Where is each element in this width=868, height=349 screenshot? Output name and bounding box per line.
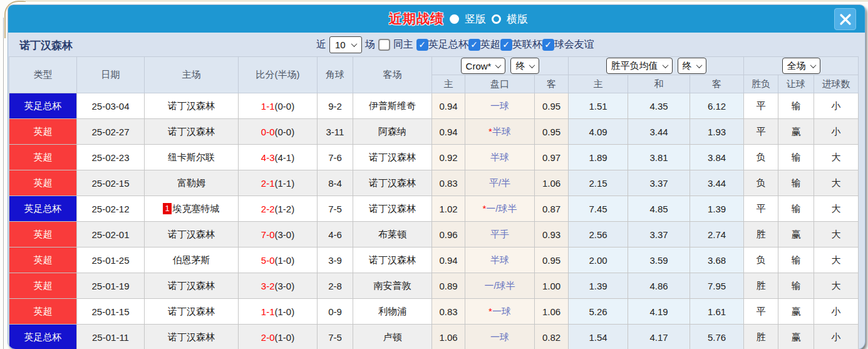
chevron-down-icon bbox=[351, 41, 357, 47]
away-team[interactable]: 卢顿 bbox=[353, 325, 432, 349]
home-odds: 1.06 bbox=[432, 325, 465, 349]
col-header-corners: 角球 bbox=[318, 57, 353, 93]
away-odds: 0.97 bbox=[535, 145, 569, 170]
match-row: 英超25-02-27诺丁汉森林0-0(0-0)3-11阿森纳0.94*半球0.9… bbox=[9, 119, 859, 145]
same-home-label: 同主 bbox=[393, 38, 413, 51]
handicap-result-cell: 输 bbox=[778, 145, 814, 170]
corners-cell: 9-2 bbox=[318, 93, 353, 119]
result-cell: 平 bbox=[744, 196, 778, 222]
goals-cell: 小 bbox=[814, 119, 859, 145]
bookmaker-period-select[interactable]: 终 bbox=[510, 58, 539, 74]
match-date: 25-02-23 bbox=[77, 145, 145, 170]
handicap-result-cell: 输 bbox=[778, 93, 814, 119]
dialog-titlebar: 近期战绩 竖版横版 bbox=[8, 5, 865, 33]
avg-win-odds: 7.45 bbox=[569, 196, 628, 222]
result-cell: 负 bbox=[744, 145, 778, 170]
away-team[interactable]: 伊普斯维奇 bbox=[353, 93, 432, 119]
view-option-label[interactable]: 横版 bbox=[507, 12, 528, 26]
chevron-down-icon bbox=[529, 62, 535, 68]
league-label: 英联杯 bbox=[512, 38, 542, 51]
handicap-result-cell: 输 bbox=[778, 196, 814, 222]
corners-cell: 7-5 bbox=[318, 196, 353, 222]
home-odds: 0.89 bbox=[432, 273, 465, 299]
result-cell: 平 bbox=[744, 119, 778, 145]
away-team[interactable]: 诺丁汉森林 bbox=[353, 145, 432, 170]
home-team[interactable]: 纽卡斯尔联 bbox=[145, 145, 239, 170]
same-home-checkbox[interactable] bbox=[378, 39, 390, 51]
score-cell: 1-1(0-0) bbox=[239, 93, 318, 119]
handicap-cell: 平/半 bbox=[465, 170, 535, 196]
league-checkbox[interactable]: ✓ bbox=[500, 39, 512, 51]
away-odds: 0.95 bbox=[535, 119, 569, 145]
home-team[interactable]: 诺丁汉森林 bbox=[145, 222, 239, 247]
dialog-title: 近期战绩 bbox=[389, 10, 444, 28]
goals-cell: 大 bbox=[814, 222, 859, 247]
home-team[interactable]: 诺丁汉森林 bbox=[145, 119, 239, 145]
recent-label: 近 bbox=[316, 38, 326, 51]
corners-cell: 0-9 bbox=[318, 299, 353, 325]
handicap-result-cell: 赢 bbox=[778, 119, 814, 145]
avg-lose-odds: 3.84 bbox=[690, 145, 744, 170]
away-odds: 0.93 bbox=[535, 222, 569, 247]
away-odds: 1.06 bbox=[535, 299, 569, 325]
average-period-select[interactable]: 终 bbox=[678, 58, 706, 74]
avg-win-odds: 2.00 bbox=[569, 247, 628, 273]
league-badge: 英超 bbox=[9, 247, 77, 273]
view-option-label[interactable]: 竖版 bbox=[465, 12, 486, 26]
corners-cell: 3-11 bbox=[318, 119, 353, 145]
average-select[interactable]: 胜平负均值 bbox=[606, 58, 673, 74]
goals-cell: 大 bbox=[814, 170, 859, 196]
result-cell: 平 bbox=[744, 299, 778, 325]
home-rank-badge: 1 bbox=[163, 203, 171, 214]
league-badge: 英足总杯 bbox=[9, 325, 77, 349]
avg-lose-odds: 3.44 bbox=[690, 170, 744, 196]
view-option-radio[interactable] bbox=[492, 14, 501, 24]
scope-select[interactable]: 全场 bbox=[782, 58, 820, 74]
league-checkbox[interactable]: ✓ bbox=[468, 39, 480, 51]
away-team[interactable]: 布莱顿 bbox=[353, 222, 432, 247]
handicap-cell: 平手 bbox=[465, 222, 535, 247]
home-team[interactable]: 诺丁汉森林 bbox=[145, 93, 239, 119]
match-row: 英超25-02-15富勒姆2-1(1-1)8-4诺丁汉森林0.83平/半1.06… bbox=[9, 170, 859, 196]
away-team[interactable]: 阿森纳 bbox=[353, 119, 432, 145]
goals-cell: 大 bbox=[814, 196, 859, 222]
away-team[interactable]: 南安普敦 bbox=[353, 273, 432, 299]
home-team[interactable]: 富勒姆 bbox=[145, 170, 239, 196]
goals-cell: 小 bbox=[814, 299, 859, 325]
match-row: 英足总杯25-03-04诺丁汉森林1-1(0-0)9-2伊普斯维奇0.94一球0… bbox=[9, 93, 859, 119]
result-cell: 胜 bbox=[744, 222, 778, 247]
league-badge: 英超 bbox=[9, 145, 77, 170]
league-badge: 英超 bbox=[9, 170, 77, 196]
goals-cell: 大 bbox=[814, 247, 859, 273]
avg-win-odds: 4.09 bbox=[569, 119, 628, 145]
away-team[interactable]: 诺丁汉森林 bbox=[353, 247, 432, 273]
corners-cell: 3-9 bbox=[318, 247, 353, 273]
away-odds: 1.00 bbox=[535, 273, 569, 299]
avg-draw-odds: 4.17 bbox=[628, 325, 690, 349]
home-team[interactable]: 诺丁汉森林 bbox=[145, 299, 239, 325]
league-checkbox[interactable]: ✓ bbox=[416, 39, 428, 51]
goals-cell: 大 bbox=[814, 273, 859, 299]
away-team[interactable]: 诺丁汉森林 bbox=[353, 170, 432, 196]
avg-lose-odds: 6.12 bbox=[690, 93, 744, 119]
avg-lose-odds: 7.95 bbox=[690, 273, 744, 299]
recent-count-select[interactable]: 10 bbox=[329, 36, 362, 53]
avg-draw-odds: 4.35 bbox=[628, 93, 690, 119]
away-team[interactable]: 利物浦 bbox=[353, 299, 432, 325]
home-team[interactable]: 诺丁汉森林 bbox=[145, 273, 239, 299]
league-badge: 英足总杯 bbox=[9, 93, 77, 119]
handicap-group-header: Crow* 终 bbox=[432, 57, 569, 75]
avg-win-odds: 5.26 bbox=[569, 299, 628, 325]
home-team[interactable]: 1埃克塞特城 bbox=[145, 196, 239, 222]
home-team[interactable]: 诺丁汉森林 bbox=[145, 325, 239, 349]
away-team[interactable]: 诺丁汉森林 bbox=[353, 196, 432, 222]
home-team[interactable]: 伯恩茅斯 bbox=[145, 247, 239, 273]
bookmaker-select[interactable]: Crow* bbox=[461, 58, 506, 74]
league-label: 球会友谊 bbox=[554, 38, 594, 51]
league-checkbox[interactable]: ✓ bbox=[542, 39, 554, 51]
close-button[interactable] bbox=[834, 8, 856, 30]
goals-cell: 小 bbox=[814, 325, 859, 349]
view-option-radio[interactable] bbox=[450, 14, 459, 24]
avg-draw-odds: 3.37 bbox=[628, 170, 690, 196]
home-odds: 0.83 bbox=[432, 299, 465, 325]
